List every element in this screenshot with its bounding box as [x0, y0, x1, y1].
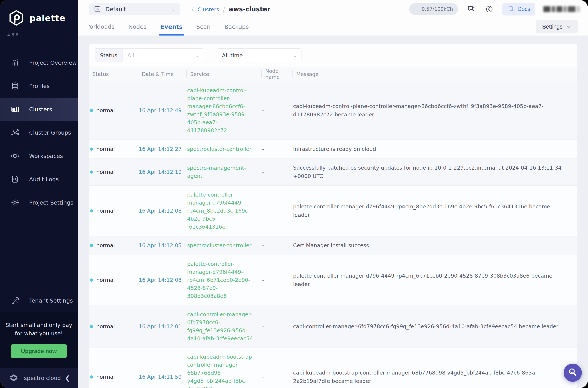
bar-chart-icon	[11, 58, 20, 67]
node-cell: -	[258, 145, 290, 153]
chevron-down-icon: ⌄	[171, 6, 175, 12]
status-cell: normal	[89, 207, 135, 215]
node-cell: -	[258, 276, 290, 284]
chat-icon[interactable]	[466, 4, 476, 14]
sidebar-item-cluster-groups[interactable]: Cluster Groups	[0, 121, 78, 144]
status-dot	[90, 279, 93, 282]
status-label: normal	[96, 106, 115, 114]
table-row[interactable]: normal 16 Apr 14:12:03 palette-controlle…	[89, 255, 577, 305]
sidebar-bottom: Tenant Settings Start small and only pay…	[0, 289, 78, 388]
sidebar-item-project-overview[interactable]: Project Overview	[0, 51, 78, 74]
cluster-tabs: Workloads Nodes Events Scan Backups Sett…	[78, 18, 588, 36]
table-row[interactable]: normal 16 Apr 14:12:08 palette-controlle…	[89, 185, 577, 236]
node-cell: -	[258, 241, 290, 249]
promo-text: Start small and only pay for what you us…	[5, 321, 72, 338]
sidebar-item-tenant-settings[interactable]: Tenant Settings	[0, 289, 78, 312]
service-cell: capi-kubeadm-control-plane-controller-ma…	[183, 86, 258, 134]
sidebar-item-clusters[interactable]: Clusters	[0, 98, 78, 121]
tab-scan[interactable]: Scan	[196, 18, 211, 36]
project-chart-icon	[94, 5, 101, 13]
date-cell: 16 Apr 14:12:27	[135, 145, 183, 153]
app-window: palette 4.3.6 Project Overview Profiles	[0, 0, 588, 388]
node-cell: -	[258, 207, 290, 215]
layers-icon	[11, 81, 20, 91]
message-cell: Successfully patched os security updates…	[290, 164, 577, 180]
compass-icon[interactable]	[484, 4, 495, 14]
message-cell: capi-kubeadm-control-plane-controller-ma…	[290, 102, 577, 119]
docs-button[interactable]: Docs	[502, 3, 535, 16]
upgrade-now-button[interactable]: Upgrade now	[11, 344, 67, 358]
service-cell: spectro-management-agent	[183, 164, 258, 180]
table-row[interactable]: normal 16 Apr 14:12:19 spectro-managemen…	[89, 158, 577, 185]
time-range-filter[interactable]: All time ⌄	[217, 48, 301, 62]
settings-label: Settings	[542, 24, 563, 30]
date-cell: 16 Apr 14:12:08	[135, 207, 183, 215]
sidebar-item-label: Project Settings	[29, 199, 73, 206]
doc-search-icon	[11, 175, 20, 184]
table-row[interactable]: normal 16 Apr 14:12:27 spectrocluster-co…	[89, 140, 577, 158]
assistant-search-button[interactable]	[564, 364, 582, 382]
status-dot	[90, 375, 93, 379]
main-area: Default ⌄ / Clusters / aws-cluster 0.57/…	[78, 0, 588, 388]
sidebar-nav: Project Overview Profiles Clusters C	[0, 51, 78, 214]
settings-button[interactable]: Settings	[536, 20, 578, 33]
node-cell: -	[258, 373, 290, 381]
sidebar-item-workspaces[interactable]: Workspaces	[0, 144, 78, 168]
tab-workloads[interactable]: Workloads	[89, 18, 114, 36]
message-cell: capi-controller-manager-6fd7978cc6-fg99g…	[290, 322, 577, 331]
sidebar-item-label: Workspaces	[29, 153, 63, 159]
collapse-sidebar-icon[interactable]: ❮	[65, 374, 70, 382]
upgrade-promo: Start small and only pay for what you us…	[0, 312, 78, 368]
breadcrumb-separator: /	[192, 6, 194, 13]
date-cell: 16 Apr 14:11:59	[135, 373, 183, 381]
project-selector[interactable]: Default ⌄	[89, 3, 180, 15]
node-cell: -	[258, 168, 290, 176]
sidebar-item-label: Project Overview	[29, 59, 77, 66]
tab-nodes[interactable]: Nodes	[128, 18, 147, 36]
table-row[interactable]: normal 16 Apr 14:12:49 capi-kubeadm-cont…	[89, 81, 577, 140]
sidebar-item-profiles[interactable]: Profiles	[0, 74, 78, 98]
chevron-down-icon: ⌄	[195, 53, 204, 58]
filter-bar: Status All ⌄ All time ⌄	[89, 44, 577, 67]
header-actions: 0.57/100kCh Docs	[409, 3, 580, 16]
status-dot	[90, 209, 93, 212]
top-header: Default ⌄ / Clusters / aws-cluster 0.57/…	[78, 0, 588, 18]
footer-brand-label: spectro cloud	[24, 375, 61, 381]
table-row[interactable]: normal 16 Apr 14:12:01 capi-controller-m…	[89, 305, 577, 348]
book-icon	[508, 6, 515, 13]
sidebar-item-audit-logs[interactable]: Audit Logs	[0, 168, 78, 191]
status-filter[interactable]: Status All ⌄	[95, 48, 204, 62]
tools-icon	[11, 296, 20, 305]
node-cell: -	[258, 322, 290, 330]
status-dot	[90, 325, 93, 328]
column-header-service: Service	[186, 70, 261, 78]
message-cell: palette-controller-manager-d796f4449-rp4…	[290, 272, 577, 288]
table-row[interactable]: normal 16 Apr 14:11:59 capi-kubeadm-boot…	[89, 348, 577, 388]
status-dot	[90, 170, 93, 174]
page-title: aws-cluster	[229, 5, 270, 13]
tab-backups[interactable]: Backups	[225, 18, 249, 36]
status-label: normal	[96, 276, 115, 284]
project-selector-value: Default	[105, 6, 126, 12]
service-cell: palette-controller-manager-d796f4449-rp4…	[183, 191, 258, 231]
column-header-message: Message	[292, 70, 577, 78]
node-cell: -	[258, 106, 290, 114]
time-range-value: All time	[222, 52, 243, 59]
usage-badge: 0.57/100kCh	[409, 3, 458, 15]
status-filter-label: Status	[95, 49, 123, 62]
spectro-cloud-logo-icon	[8, 372, 19, 384]
tab-events[interactable]: Events	[160, 18, 182, 36]
sidebar-item-label: Cluster Groups	[29, 129, 71, 136]
status-cell: normal	[89, 276, 135, 284]
sidebar: palette 4.3.6 Project Overview Profiles	[0, 0, 78, 388]
table-row[interactable]: normal 16 Apr 14:12:05 spectrocluster-co…	[89, 236, 577, 255]
user-name-redacted[interactable]	[543, 6, 580, 12]
breadcrumb-link-clusters[interactable]: Clusters	[198, 6, 219, 13]
date-cell: 16 Apr 14:12:01	[135, 322, 183, 330]
sidebar-item-label: Clusters	[29, 106, 52, 113]
status-label: normal	[96, 168, 115, 176]
status-label: normal	[96, 207, 115, 215]
brand-name: palette	[29, 13, 65, 23]
sidebar-item-project-settings[interactable]: Project Settings	[0, 191, 78, 214]
column-header-node: Node name	[261, 70, 292, 78]
